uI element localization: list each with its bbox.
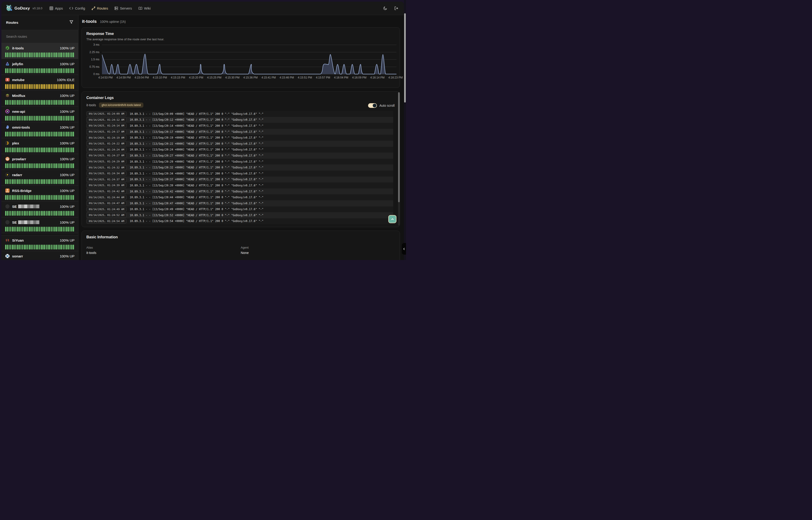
- nav-item-config[interactable]: Config: [69, 6, 85, 10]
- route-item-se[interactable]: SE100% UP: [1, 202, 78, 217]
- log-row: 09/14/2025, 01:24:42 AM10.89.3.1 - - [13…: [86, 188, 393, 194]
- rss-bridge-icon: rssBridge: [5, 188, 10, 193]
- log-timestamp: 09/14/2025, 01:24:29 AM: [86, 159, 127, 164]
- agent-label: Agent: [241, 246, 395, 249]
- logs-route-name: it-tools: [86, 103, 96, 107]
- sidebar-header: Routes: [1, 15, 78, 30]
- x-tick-label: 4:14:59 PM: [116, 76, 131, 79]
- book-icon: [138, 6, 142, 10]
- route-item-se[interactable]: SE100% UP: [1, 217, 78, 233]
- route-item-it-tools[interactable]: it-tools100% UP: [1, 43, 78, 59]
- log-timestamp: 09/14/2025, 01:24:24 AM: [86, 147, 127, 152]
- route-item-jellyfin[interactable]: jellyfin100% UP: [1, 59, 78, 75]
- route-item-metube[interactable]: metube100% IDLE: [1, 75, 78, 90]
- logs-scrollbar-thumb[interactable]: [398, 92, 400, 202]
- x-tick-label: 4:15:10 PM: [153, 76, 167, 79]
- app-window: GoDoxy v0.18.0 AppsConfigRoutesServersWi…: [1, 2, 404, 260]
- route-status-badge: 100% UP: [60, 94, 75, 98]
- scroll-to-top-button[interactable]: [388, 215, 396, 223]
- nav-item-apps[interactable]: Apps: [49, 6, 63, 10]
- log-row: 09/14/2025, 01:24:47 AM10.89.3.1 - - [13…: [86, 200, 393, 206]
- log-row: 09/14/2025, 01:24:54 AM10.89.3.1 - - [13…: [86, 218, 393, 224]
- search-routes-input[interactable]: [6, 35, 74, 38]
- route-item-omni-tools[interactable]: omni-tools100% UP: [1, 122, 78, 138]
- siyuan-icon: [5, 238, 10, 242]
- route-name: omni-tools: [12, 125, 30, 129]
- filter-icon[interactable]: [69, 20, 74, 25]
- y-tick-label: 0.75 ms: [89, 65, 100, 69]
- brand[interactable]: GoDoxy v0.18.0: [6, 4, 43, 12]
- uptime-bars: [5, 100, 75, 105]
- auto-scroll-toggle[interactable]: [368, 103, 377, 108]
- x-tick-label: 4:15:36 PM: [243, 76, 257, 79]
- collapse-drawer-tab[interactable]: [402, 243, 406, 255]
- log-timestamp: 09/14/2025, 01:24:09 AM: [86, 111, 127, 116]
- new-api-icon: [5, 109, 10, 114]
- page-scrollbar-thumb[interactable]: [404, 13, 406, 103]
- log-row: 09/14/2025, 01:24:14 AM10.89.3.1 - - [13…: [86, 123, 393, 129]
- route-status-badge: 100% UP: [60, 141, 75, 145]
- navbar-actions: [383, 6, 399, 10]
- route-item-prowlarr[interactable]: prowlarr100% UP: [1, 154, 78, 170]
- x-tick-label: 4:15:41 PM: [261, 76, 276, 79]
- godoxy-logo-icon: [6, 4, 12, 12]
- logout-icon[interactable]: [394, 6, 398, 10]
- log-row: 09/14/2025, 01:24:19 AM10.89.3.1 - - [13…: [86, 135, 393, 141]
- route-status-badge: 100% UP: [60, 62, 75, 66]
- basic-information-title: Basic Information: [86, 235, 395, 239]
- code-icon: [69, 6, 73, 10]
- x-tick-label: 4:15:46 PM: [280, 76, 294, 79]
- log-message: 10.89.3.1 - - [13/Sep/20:52 +0000] "HEAD…: [130, 214, 263, 217]
- logs-viewport[interactable]: 09/14/2025, 01:24:09 AM10.89.3.1 - - [13…: [86, 111, 393, 224]
- route-item-rss-bridge[interactable]: rssBridgeRSS-Bridge100% UP: [1, 186, 78, 202]
- nav-item-servers[interactable]: Servers: [114, 6, 132, 10]
- plex-icon: [5, 141, 10, 146]
- route-item-miniflux[interactable]: Miniflux100% UP: [1, 90, 78, 106]
- route-name: RSS-Bridge: [12, 189, 31, 193]
- route-status-badge: 100% UP: [60, 109, 75, 113]
- log-timestamp: 09/14/2025, 01:24:47 AM: [86, 201, 127, 206]
- search-routes-box: [1, 30, 78, 43]
- route-name: plex: [12, 141, 19, 145]
- log-message: 10.89.3.1 - - [13/Sep/20:42 +0000] "HEAD…: [130, 190, 263, 193]
- log-timestamp: 09/14/2025, 01:24:44 AM: [86, 195, 127, 200]
- log-message: 10.89.3.1 - - [13/Sep/20:24 +0000] "HEAD…: [130, 148, 263, 151]
- route-name: radarr: [12, 173, 22, 177]
- uptime-bars: [5, 179, 75, 184]
- page-scrollbar[interactable]: [404, 0, 406, 260]
- routes-sidebar: Routes it-tools100% UPjellyfin100% UPmet…: [1, 15, 79, 260]
- nav-item-routes[interactable]: Routes: [91, 6, 108, 10]
- route-item-new-api[interactable]: new-api100% UP: [1, 106, 78, 122]
- log-timestamp: 09/14/2025, 01:24:22 AM: [86, 141, 127, 146]
- container-logs-meta: it-tools ghcr.io/corentinth/it-tools:lat…: [86, 103, 395, 108]
- log-message: 10.89.3.1 - - [13/Sep/20:12 +0000] "HEAD…: [130, 118, 263, 121]
- route-name: SE: [12, 205, 39, 209]
- page-title-row: it-tools 100% uptime (1h): [82, 19, 400, 24]
- route-item-sonarr[interactable]: sonarr100% UP: [1, 251, 78, 260]
- theme-toggle-moon-icon[interactable]: [383, 6, 387, 10]
- prowlarr-icon: [5, 157, 10, 161]
- log-row: 09/14/2025, 01:24:29 AM10.89.3.1 - - [13…: [86, 159, 393, 165]
- main-panel: it-tools 100% uptime (1h) Response Time …: [79, 15, 404, 260]
- log-timestamp: 09/14/2025, 01:24:42 AM: [86, 189, 127, 194]
- nav-item-wiki[interactable]: Wiki: [138, 6, 150, 10]
- route-name: SiYuan: [12, 238, 24, 242]
- route-item-plex[interactable]: plex100% UP: [1, 138, 78, 154]
- nav-item-label: Apps: [55, 6, 63, 10]
- route-item-radarr[interactable]: radarr100% UP: [1, 170, 78, 186]
- x-tick-label: 4:15:20 PM: [189, 76, 203, 79]
- uptime-summary: 100% uptime (1h): [100, 20, 126, 24]
- logs-scrollbar[interactable]: [398, 92, 400, 226]
- nav-item-label: Config: [75, 6, 85, 10]
- log-message: 10.89.3.1 - - [13/Sep/20:27 +0000] "HEAD…: [130, 154, 263, 157]
- log-message: 10.89.3.1 - - [13/Sep/20:47 +0000] "HEAD…: [130, 202, 263, 205]
- container-image-badge[interactable]: ghcr.io/corentinth/it-tools:latest: [99, 103, 143, 108]
- log-row: 09/14/2025, 01:24:39 AM10.89.3.1 - - [13…: [86, 182, 393, 188]
- y-tick-label: 3 ms: [93, 43, 100, 46]
- log-timestamp: 09/14/2025, 01:24:39 AM: [86, 183, 127, 188]
- route-item-siyuan[interactable]: SiYuan100% UP: [1, 235, 78, 251]
- route-status-badge: 100% UP: [60, 46, 75, 50]
- route-status-badge: 100% IDLE: [57, 78, 75, 82]
- omni-tools-icon: [5, 125, 10, 130]
- x-tick-label: 4:15:15 PM: [171, 76, 185, 79]
